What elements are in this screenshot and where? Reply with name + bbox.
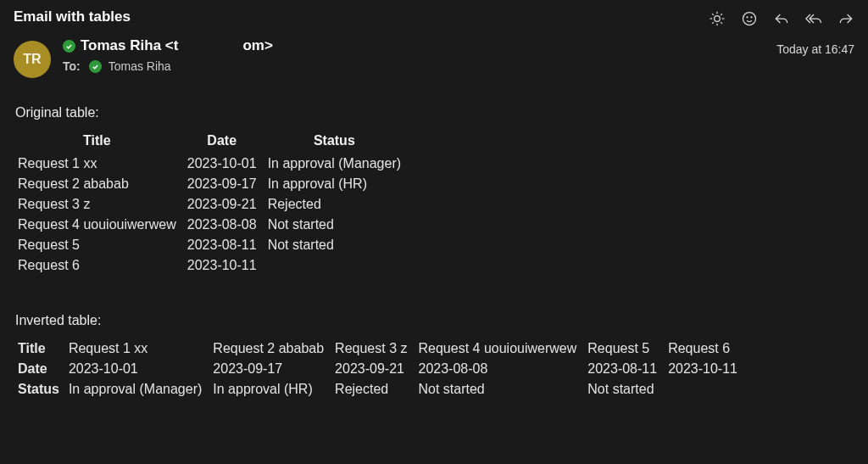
brightness-icon[interactable] xyxy=(709,10,726,27)
svg-line-5 xyxy=(712,14,714,15)
cell-status: Not started xyxy=(265,215,409,235)
inverted-cell: 2023-10-11 xyxy=(665,359,746,379)
email-header: TR Tomas Riha <t om> To: Tomas Riha Toda… xyxy=(0,31,868,83)
cell-title: Request 3 z xyxy=(15,194,185,215)
inverted-row-status: StatusIn approval (Manager)In approval (… xyxy=(15,379,746,400)
inverted-cell: Request 5 xyxy=(585,338,665,359)
original-table-label: Original table: xyxy=(15,105,853,120)
emoji-icon[interactable] xyxy=(741,10,758,27)
cell-title: Request 6 xyxy=(15,255,185,276)
to-name: Tomas Riha xyxy=(108,59,171,73)
table-row: Request 52023-08-11Not started xyxy=(15,235,409,255)
svg-line-6 xyxy=(721,22,722,24)
cell-date: 2023-10-11 xyxy=(185,255,265,276)
from-block: Tomas Riha <t om> To: Tomas Riha xyxy=(63,37,765,73)
from-line: Tomas Riha <t om> xyxy=(63,37,765,54)
inverted-row-head: Status xyxy=(15,379,66,400)
cell-date: 2023-08-11 xyxy=(185,235,265,255)
table-row: Request 62023-10-11 xyxy=(15,255,409,276)
cell-status: In approval (HR) xyxy=(265,174,409,194)
table-row: Request 3 z2023-09-21Rejected xyxy=(15,194,409,215)
inverted-cell: Request 4 uouiouiwerwew xyxy=(416,338,586,359)
svg-point-11 xyxy=(751,17,752,18)
email-timestamp: Today at 16:47 xyxy=(776,42,854,56)
reply-icon[interactable] xyxy=(773,10,790,27)
table-row: Request 2 ababab2023-09-17In approval (H… xyxy=(15,174,409,194)
inverted-cell: Request 3 z xyxy=(332,338,415,359)
cell-title: Request 4 uouiouiwerwew xyxy=(15,215,185,235)
email-body: Original table: Title Date Status Reques… xyxy=(0,83,868,415)
email-toolbar: Email with tables xyxy=(0,0,868,31)
inverted-table: TitleRequest 1 xxRequest 2 abababRequest… xyxy=(15,338,746,400)
inverted-cell: 2023-08-11 xyxy=(585,359,665,379)
inverted-row-head: Date xyxy=(15,359,66,379)
inverted-table-label: Inverted table: xyxy=(15,313,853,328)
inverted-cell: 2023-10-01 xyxy=(66,359,210,379)
to-line: To: Tomas Riha xyxy=(63,59,765,73)
col-status: Status xyxy=(265,131,409,154)
cell-status xyxy=(265,255,409,276)
cell-status: In approval (Manager) xyxy=(265,154,409,174)
inverted-row-title: TitleRequest 1 xxRequest 2 abababRequest… xyxy=(15,338,746,359)
inverted-cell: Not started xyxy=(585,379,665,400)
svg-line-8 xyxy=(721,14,722,15)
toolbar-icon-group xyxy=(709,10,854,27)
svg-point-0 xyxy=(715,16,721,22)
svg-point-10 xyxy=(747,17,748,18)
inverted-cell: Not started xyxy=(416,379,586,400)
svg-line-7 xyxy=(712,22,714,24)
forward-icon[interactable] xyxy=(837,10,854,27)
cell-date: 2023-09-21 xyxy=(185,194,265,215)
email-subject: Email with tables xyxy=(14,8,131,25)
table-row: Request 4 uouiouiwerwew2023-08-08Not sta… xyxy=(15,215,409,235)
from-name-tail: om> xyxy=(242,37,272,54)
original-table: Title Date Status Request 1 xx2023-10-01… xyxy=(15,131,409,276)
to-label: To: xyxy=(63,59,81,73)
inverted-row-head: Title xyxy=(15,338,66,359)
sender-avatar: TR xyxy=(14,41,51,78)
inverted-cell: 2023-09-21 xyxy=(332,359,415,379)
inverted-cell: In approval (Manager) xyxy=(66,379,210,400)
svg-point-9 xyxy=(743,13,756,25)
inverted-row-date: Date2023-10-012023-09-172023-09-212023-0… xyxy=(15,359,746,379)
cell-date: 2023-08-08 xyxy=(185,215,265,235)
cell-date: 2023-09-17 xyxy=(185,174,265,194)
cell-status: Not started xyxy=(265,235,409,255)
table-row: Request 1 xx2023-10-01In approval (Manag… xyxy=(15,154,409,174)
verified-icon xyxy=(89,60,102,73)
col-date: Date xyxy=(185,131,265,154)
cell-status: Rejected xyxy=(265,194,409,215)
inverted-cell: Request 2 ababab xyxy=(210,338,332,359)
from-name: Tomas Riha <t xyxy=(81,37,178,54)
inverted-cell: 2023-08-08 xyxy=(416,359,586,379)
cell-title: Request 1 xx xyxy=(15,154,185,174)
inverted-cell: Rejected xyxy=(332,379,415,400)
table-header-row: Title Date Status xyxy=(15,131,409,154)
inverted-cell: 2023-09-17 xyxy=(210,359,332,379)
cell-title: Request 5 xyxy=(15,235,185,255)
verified-icon xyxy=(63,40,75,53)
cell-title: Request 2 ababab xyxy=(15,174,185,194)
inverted-cell: Request 6 xyxy=(665,338,746,359)
col-title: Title xyxy=(15,131,185,154)
inverted-cell: In approval (HR) xyxy=(210,379,332,400)
reply-all-icon[interactable] xyxy=(805,10,822,27)
inverted-cell xyxy=(665,379,746,400)
cell-date: 2023-10-01 xyxy=(185,154,265,174)
inverted-cell: Request 1 xx xyxy=(66,338,210,359)
